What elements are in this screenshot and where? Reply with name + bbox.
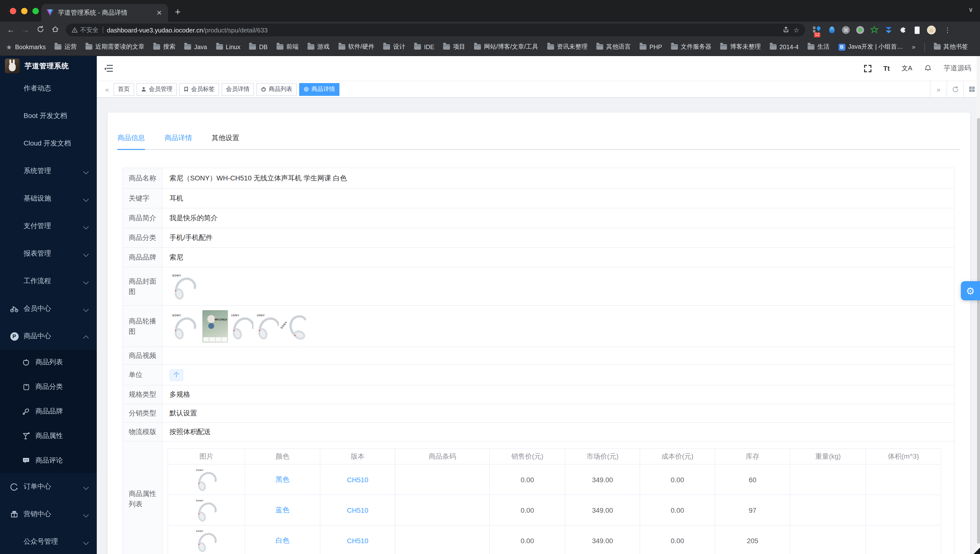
sidebar-item-product-center[interactable]: P 商品中心 [0, 323, 97, 350]
sidebar-item-boot-docs[interactable]: Boot 开发文档 [0, 102, 97, 130]
carousel-image[interactable] [276, 305, 318, 347]
sku-color-link[interactable]: 白色 [275, 536, 290, 544]
sidebar-item-order-center[interactable]: 订单中心 [0, 473, 97, 500]
scrollbar-thumb[interactable] [977, 118, 980, 544]
sidebar-item-product-category[interactable]: 商品分类 [0, 375, 97, 399]
tab-other-settings[interactable]: 其他设置 [212, 130, 239, 150]
sku-version-link[interactable]: CH510 [347, 536, 368, 544]
sidebar-item-pay[interactable]: 支付管理 [0, 212, 97, 240]
sidebar-item-author-news[interactable]: 作者动态 [0, 75, 97, 102]
sidebar-item-mp-manage[interactable]: 公众号管理 [0, 528, 97, 554]
bookmark-star-icon[interactable]: ☆ [794, 26, 799, 34]
sku-color-link[interactable]: 蓝色 [275, 506, 290, 513]
extension-adguard-icon[interactable]: 12 [813, 26, 822, 34]
bookmark-folder-item[interactable]: Java [184, 43, 207, 50]
sidebar-item-cloud-docs[interactable]: Cloud 开发文档 [0, 130, 97, 157]
new-tab-button[interactable]: + [175, 6, 181, 18]
carousel-image[interactable] [169, 311, 199, 341]
close-window-button[interactable] [10, 8, 16, 14]
bookmark-folder-item[interactable]: 游戏 [307, 43, 329, 51]
tag-member-tag[interactable]: 会员标签 [179, 83, 219, 96]
back-button[interactable]: ← [5, 26, 17, 34]
tags-scroll-left-icon[interactable]: « [101, 85, 113, 93]
bookmark-folder-item[interactable]: 运营 [54, 43, 76, 51]
minimize-window-button[interactable] [21, 8, 27, 14]
extension-panel-icon[interactable] [913, 26, 921, 34]
bookmarks-label[interactable]: ★Bookmarks [6, 43, 46, 51]
sidebar-item-member-center[interactable]: 会员中心 [0, 295, 97, 323]
bookmark-folder-item[interactable]: 文件服务器 [671, 43, 711, 51]
username[interactable]: 芋道源码 [943, 64, 971, 73]
refresh-icon[interactable] [947, 81, 963, 97]
bookmark-folder-item[interactable]: 前端 [277, 43, 299, 51]
security-status[interactable]: 不安全 [72, 26, 99, 34]
collapse-sidebar-icon[interactable] [104, 65, 113, 72]
bookmark-folder-item[interactable]: 博客未整理 [720, 43, 760, 51]
address-bar[interactable]: 不安全 dashboard-vue3.yudao.iocoder.cn/prod… [66, 24, 805, 37]
maximize-window-button[interactable] [32, 8, 39, 14]
extension-recorder-icon[interactable] [856, 26, 865, 34]
bookmark-folder-item[interactable]: IDE [414, 43, 434, 50]
browser-tab[interactable]: 芋道管理系统 - 商品详情 ✕ [41, 4, 168, 22]
settings-fab-button[interactable]: ⚙ [961, 281, 980, 300]
carousel-image[interactable] [257, 311, 279, 341]
bookmark-folder-item[interactable]: DB [249, 43, 268, 50]
bookmark-folder-item[interactable]: 近期需要读的文章 [86, 43, 145, 51]
bookmark-folder-item[interactable]: Linux [216, 43, 240, 50]
notification-bell-icon[interactable] [924, 64, 932, 72]
bookmark-site-item[interactable]: BJava开发 | 小组首… [838, 43, 903, 51]
language-icon[interactable]: 文A [902, 64, 912, 73]
bookmark-folder-item[interactable]: 2014-4 [770, 43, 799, 50]
window-controls[interactable] [3, 0, 46, 22]
sidebar-item-product-attribute[interactable]: 商品属性 [0, 424, 97, 448]
bookmark-folder-item[interactable]: 设计 [383, 43, 406, 51]
fullscreen-icon[interactable] [864, 65, 872, 72]
sidebar-item-marketing-center[interactable]: 营销中心 [0, 500, 97, 528]
sku-version-link[interactable]: CH510 [347, 506, 368, 514]
tag-product-detail[interactable]: 商品详情 [299, 83, 339, 96]
bookmark-folder-item[interactable]: 项目 [443, 43, 465, 51]
tab-product-info[interactable]: 商品信息 [118, 130, 145, 150]
tab-close-icon[interactable]: ✕ [156, 9, 163, 17]
bookmark-folder-item[interactable]: 软件/硬件 [339, 43, 375, 51]
sku-image[interactable] [194, 467, 219, 492]
tag-member-detail[interactable]: 会员详情 [221, 83, 254, 96]
tag-member-manage[interactable]: 会员管理 [137, 83, 177, 96]
forward-button[interactable]: → [20, 26, 32, 34]
tags-scroll-right-icon[interactable]: » [930, 81, 947, 97]
font-size-icon[interactable]: Tt [883, 64, 889, 72]
bookmarks-overflow-chevron[interactable]: » [912, 43, 915, 51]
reload-button[interactable] [34, 25, 46, 35]
cover-image[interactable] [169, 271, 199, 301]
bookmark-folder-item[interactable]: 网站/博客/文章/工具 [474, 43, 538, 51]
url-text[interactable]: dashboard-vue3.yudao.iocoder.cn/product/… [107, 26, 779, 34]
sidebar-item-report[interactable]: 报表管理 [0, 240, 97, 267]
carousel-poster-image[interactable]: WH-CH510 [202, 310, 228, 342]
sidebar-item-infra[interactable]: 基础设施 [0, 185, 97, 212]
sku-color-link[interactable]: 黑色 [275, 475, 290, 483]
bookmark-folder-item[interactable]: 资讯未整理 [547, 43, 587, 51]
bookmark-folder-item[interactable]: 其他语言 [597, 43, 631, 51]
carousel-image[interactable] [231, 311, 253, 341]
sku-image[interactable] [194, 497, 219, 523]
profile-avatar[interactable]: ☺ [927, 26, 936, 34]
extension-vue-devtools-icon[interactable] [884, 26, 893, 34]
sidebar-item-product-comment[interactable]: 商品评论 [0, 448, 97, 473]
tag-home[interactable]: 首页 [113, 83, 134, 96]
extension-command-icon[interactable]: ⌘ [842, 26, 850, 34]
sku-image[interactable] [194, 528, 219, 553]
sidebar-item-product-brand[interactable]: 商品品牌 [0, 399, 97, 424]
sidebar-item-product-list[interactable]: 商品列表 [0, 350, 97, 375]
home-button[interactable] [49, 25, 61, 35]
extension-star-icon[interactable] [870, 26, 879, 34]
browser-menu-icon[interactable]: ⋮ [944, 26, 951, 34]
other-bookmarks-item[interactable]: 其他书签 [934, 43, 968, 51]
bookmark-folder-item[interactable]: 搜索 [153, 43, 175, 51]
share-icon[interactable] [783, 26, 790, 34]
bookmark-folder-item[interactable]: PHP [640, 43, 662, 50]
tab-product-detail[interactable]: 商品详情 [165, 130, 192, 150]
sidebar-item-system[interactable]: 系统管理 [0, 157, 97, 185]
extensions-puzzle-icon[interactable] [899, 26, 907, 34]
sku-version-link[interactable]: CH510 [347, 476, 368, 484]
extension-balloon-icon[interactable] [827, 26, 836, 34]
